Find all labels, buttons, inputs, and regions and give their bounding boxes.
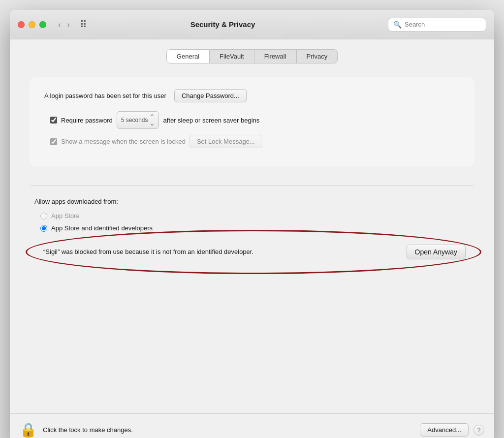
lock-text: Click the lock to make changes. [43, 426, 133, 434]
app-store-radio-row: App Store [34, 212, 474, 219]
change-password-button[interactable]: Change Password... [174, 89, 247, 102]
app-store-identified-label: App Store and identified developers [51, 224, 153, 232]
login-password-text: A login password has been set for this u… [44, 92, 166, 99]
settings-section: A login password has been set for this u… [30, 77, 474, 166]
lock-icon: 🔒 [20, 422, 37, 438]
dropdown-chevron-icon: ⌃⌄ [150, 113, 155, 127]
show-message-checkbox[interactable] [50, 138, 57, 145]
footer-right: Advanced... ? [420, 423, 484, 437]
footer: 🔒 Click the lock to make changes. Advanc… [10, 413, 494, 438]
advanced-button[interactable]: Advanced... [420, 423, 469, 437]
search-bar[interactable]: 🔍 [388, 18, 486, 31]
app-store-identified-radio-row: App Store and identified developers [34, 224, 474, 232]
password-interval-dropdown[interactable]: 5 seconds ⌃⌄ [117, 111, 159, 129]
close-button[interactable] [18, 21, 25, 28]
tab-general[interactable]: General [166, 49, 210, 63]
tab-filevault[interactable]: FileVault [210, 49, 254, 63]
search-input[interactable] [405, 21, 481, 28]
tab-bar: General FileVault Firewall Privacy [30, 49, 474, 63]
lock-area[interactable]: 🔒 Click the lock to make changes. [20, 422, 133, 438]
search-icon: 🔍 [393, 21, 402, 29]
login-password-row: A login password has been set for this u… [44, 89, 460, 102]
traffic-lights [18, 21, 46, 28]
require-password-label: Require password [61, 117, 113, 124]
require-password-row: Require password 5 seconds ⌃⌄ after slee… [44, 111, 460, 129]
section-divider [30, 186, 474, 186]
open-anyway-button[interactable]: Open Anyway [407, 245, 466, 259]
show-message-label: Show a message when the screen is locked [61, 138, 186, 145]
tab-firewall[interactable]: Firewall [254, 49, 297, 63]
help-button[interactable]: ? [473, 425, 484, 436]
after-sleep-text: after sleep or screen saver begins [163, 117, 259, 124]
blocked-text: “Sigil” was blocked from use because it … [43, 247, 253, 257]
download-label: Allow apps downloaded from: [34, 198, 474, 205]
app-store-identified-radio[interactable] [40, 225, 47, 232]
maximize-button[interactable] [39, 21, 46, 28]
require-password-checkbox[interactable] [50, 117, 57, 124]
system-preferences-window: ‹ › ⠿ Security & Privacy 🔍 General FileV… [10, 10, 494, 438]
password-interval-value: 5 seconds [121, 117, 148, 124]
back-button[interactable]: ‹ [56, 19, 63, 30]
tab-privacy[interactable]: Privacy [297, 49, 338, 63]
set-lock-message-button[interactable]: Set Lock Message... [189, 135, 262, 148]
window-title: Security & Privacy [63, 20, 382, 29]
main-content: General FileVault Firewall Privacy A log… [10, 39, 494, 413]
minimize-button[interactable] [29, 21, 35, 28]
blocked-area: “Sigil” was blocked from use because it … [34, 237, 474, 267]
show-message-row: Show a message when the screen is locked… [44, 135, 460, 148]
app-store-label: App Store [51, 212, 80, 219]
blocked-message-row: “Sigil” was blocked from use because it … [34, 237, 474, 267]
app-store-radio[interactable] [40, 213, 47, 219]
titlebar: ‹ › ⠿ Security & Privacy 🔍 [10, 10, 494, 39]
download-section: Allow apps downloaded from: App Store Ap… [30, 198, 474, 267]
